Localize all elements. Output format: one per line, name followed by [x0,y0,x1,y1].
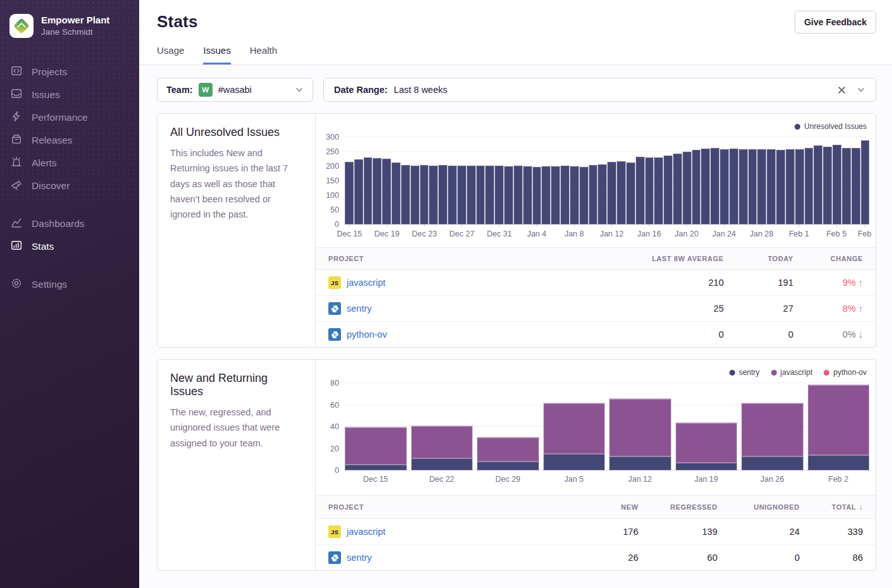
platform-icon-python [328,551,341,564]
x-axis-tick [798,224,799,227]
project-link[interactable]: javascript [347,278,385,288]
column-header-project[interactable]: PROJECT [316,496,581,519]
project-link[interactable]: sentry [347,303,372,314]
bar-unresolved-27[interactable] [598,164,607,224]
sidebar-item-dashboards[interactable]: Dashboards [0,212,139,235]
bar-unresolved-32[interactable] [645,157,654,224]
bar-unresolved-22[interactable] [551,166,560,224]
bar-unresolved-18[interactable] [514,166,523,224]
bar-unresolved-11[interactable] [448,166,457,224]
bar-unresolved-55[interactable] [861,140,870,224]
bar-unresolved-29[interactable] [617,161,626,224]
stacked-bar-jan-5[interactable] [543,383,605,470]
bar-unresolved-1[interactable] [354,159,363,224]
bar-unresolved-49[interactable] [805,148,814,224]
bar-unresolved-41[interactable] [729,149,738,224]
bar-unresolved-9[interactable] [429,166,438,224]
bar-unresolved-0[interactable] [345,162,354,224]
bar-unresolved-6[interactable] [401,165,410,224]
column-header-total[interactable]: TOTAL ↓ [812,496,876,519]
close-icon[interactable] [838,86,846,94]
stacked-bar-dec-22[interactable] [411,383,473,470]
bar-unresolved-45[interactable] [767,149,776,224]
sidebar-item-projects[interactable]: Projects [0,61,139,83]
column-header-new[interactable]: NEW [581,496,651,519]
sidebar-item-discover[interactable]: Discover [0,175,139,197]
bar-unresolved-36[interactable] [683,152,691,224]
bar-unresolved-4[interactable] [382,159,391,224]
team-filter[interactable]: Team: W #wasabi [157,78,313,102]
bar-unresolved-16[interactable] [495,166,504,224]
bar-unresolved-48[interactable] [795,149,804,224]
date-range-filter[interactable]: Date Range: Last 8 weeks [323,78,876,102]
stacked-bar-feb-2[interactable] [808,383,870,470]
column-header-last-8w-average[interactable]: LAST 8W AVERAGE [629,248,736,270]
tab-usage[interactable]: Usage [157,45,184,64]
project-link[interactable]: sentry [347,553,372,563]
bar-unresolved-38[interactable] [701,149,710,224]
bar-unresolved-21[interactable] [542,166,550,224]
bar-unresolved-17[interactable] [504,166,513,224]
bar-unresolved-26[interactable] [589,165,598,224]
bar-unresolved-10[interactable] [438,165,447,224]
sidebar-item-releases[interactable]: Releases [0,129,139,152]
bar-unresolved-43[interactable] [748,149,757,224]
column-header-project[interactable]: PROJECT [316,248,629,270]
bar-unresolved-14[interactable] [476,166,485,224]
tab-health[interactable]: Health [250,45,277,64]
bar-unresolved-53[interactable] [842,148,851,224]
bar-unresolved-34[interactable] [664,156,672,224]
project: JSjavascript [328,525,569,538]
chevron-down-icon[interactable] [857,85,865,94]
stacked-bar-dec-29[interactable] [477,383,539,470]
bar-unresolved-54[interactable] [852,148,860,224]
bar-unresolved-7[interactable] [411,166,419,224]
bar-unresolved-33[interactable] [654,157,663,224]
bar-unresolved-15[interactable] [485,166,494,224]
bar-unresolved-12[interactable] [457,166,466,224]
bar-unresolved-51[interactable] [823,147,832,224]
bar-unresolved-19[interactable] [523,166,532,224]
stacked-bar-jan-26[interactable] [741,383,803,470]
give-feedback-button[interactable]: Give Feedback [795,11,876,34]
sidebar-item-alerts[interactable]: Alerts [0,152,139,175]
project-link[interactable]: javascript [347,527,385,537]
bar-unresolved-5[interactable] [392,162,400,224]
column-header-today[interactable]: TODAY [736,248,806,270]
column-header-unignored[interactable]: UNIGNORED [730,496,812,519]
column-header-change[interactable]: CHANGE [806,248,876,270]
bar-unresolved-50[interactable] [814,145,822,224]
bar-unresolved-37[interactable] [692,150,701,224]
bar-unresolved-13[interactable] [467,166,476,224]
sidebar-item-issues[interactable]: Issues [0,83,139,106]
org-switcher[interactable]: Empower Plant Jane Schmidt [0,0,139,51]
stacked-bar-jan-19[interactable] [676,383,738,470]
bar-unresolved-24[interactable] [570,166,579,224]
bar-unresolved-30[interactable] [626,162,635,224]
sidebar-item-stats[interactable]: Stats [0,235,139,258]
sidebar-item-settings[interactable]: Settings [0,273,139,296]
bar-unresolved-40[interactable] [720,149,729,224]
bar-unresolved-46[interactable] [776,150,785,224]
sidebar-item-performance[interactable]: Performance [0,106,139,129]
project-link[interactable]: python-ov [347,329,387,340]
bar-unresolved-25[interactable] [579,167,588,224]
bar-unresolved-8[interactable] [420,165,429,224]
bar-unresolved-2[interactable] [364,157,373,224]
bar-unresolved-42[interactable] [739,149,748,224]
stacked-bar-dec-15[interactable] [345,383,407,470]
bar-unresolved-44[interactable] [757,149,766,224]
tab-issues[interactable]: Issues [203,45,230,64]
stacked-bar-jan-12[interactable] [609,383,671,470]
bar-unresolved-31[interactable] [636,157,645,224]
bar-unresolved-3[interactable] [373,158,381,224]
releases-icon [11,133,22,147]
bar-unresolved-39[interactable] [710,148,719,224]
bar-unresolved-35[interactable] [673,154,682,224]
bar-unresolved-47[interactable] [786,149,795,224]
bar-unresolved-23[interactable] [561,166,569,224]
bar-unresolved-28[interactable] [607,162,616,224]
column-header-regressed[interactable]: REGRESSED [651,496,730,519]
bar-unresolved-20[interactable] [533,167,542,224]
bar-unresolved-52[interactable] [833,145,841,225]
